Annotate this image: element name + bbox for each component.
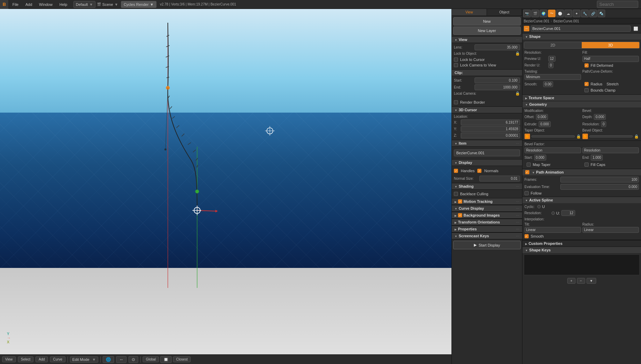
- handles-checkbox[interactable]: ✓: [454, 169, 458, 173]
- geometry-header[interactable]: Geometry: [522, 101, 641, 107]
- proportional-edit-btn[interactable]: ⊙: [129, 356, 138, 363]
- shape-header[interactable]: Shape: [522, 33, 641, 40]
- eval-time-value[interactable]: 0.000: [560, 184, 639, 190]
- backface-culling-row[interactable]: Backface Culling: [454, 191, 520, 197]
- u-res-radio[interactable]: [551, 211, 555, 215]
- active-spline-header[interactable]: Active Spline: [522, 197, 641, 203]
- texture-icon-btn[interactable]: ☁: [564, 10, 572, 17]
- new-btn[interactable]: New: [453, 17, 521, 25]
- texture-space-header[interactable]: Texture Space: [522, 95, 641, 101]
- add-menu-btn[interactable]: Add: [35, 356, 48, 362]
- end-value[interactable]: 1.000: [591, 155, 603, 160]
- manipulator-btn[interactable]: ↔: [116, 356, 126, 363]
- cursor-y-value[interactable]: 1.45928: [461, 126, 520, 132]
- orientation-selector[interactable]: Global: [143, 356, 159, 362]
- clip-start-value[interactable]: 0.100: [475, 77, 520, 83]
- follow-checkbox[interactable]: [525, 191, 529, 195]
- lens-value[interactable]: 35.000: [475, 44, 520, 50]
- u-res-value[interactable]: 12: [561, 210, 575, 216]
- smooth-spline-row[interactable]: ✓ Smooth: [522, 233, 641, 239]
- frames-value[interactable]: 100: [560, 177, 639, 183]
- menu-window[interactable]: Window: [35, 0, 56, 9]
- world-icon-btn[interactable]: 🌍: [540, 10, 547, 17]
- menu-file[interactable]: File: [9, 0, 22, 9]
- viewport-3d[interactable]: Y → X: [0, 9, 451, 354]
- transform-orientations-header[interactable]: Transform Orientations ⋯: [452, 219, 522, 226]
- geo-resolution-value[interactable]: 0: [601, 121, 607, 127]
- motion-tracking-checkbox[interactable]: ✓: [458, 199, 462, 204]
- select-menu-btn[interactable]: Select: [18, 356, 34, 362]
- workspace-selector[interactable]: Default ▼: [73, 1, 95, 8]
- cyclic-radio[interactable]: [537, 205, 541, 208]
- lock-to-cursor-row[interactable]: Lock to Cursor: [454, 57, 520, 62]
- item-section-header[interactable]: Item ⋯: [452, 140, 522, 147]
- shading-section-header[interactable]: Shading ⋯: [452, 183, 522, 190]
- render-border-row[interactable]: Render Border: [454, 100, 520, 105]
- curve-display-header[interactable]: Curve Display ⋯: [452, 205, 522, 212]
- follow-row[interactable]: Follow: [522, 190, 641, 196]
- offset-value[interactable]: 0.000: [536, 114, 548, 120]
- bevel-field[interactable]: [589, 135, 633, 137]
- fill-caps-checkbox[interactable]: [584, 163, 589, 167]
- bevel-res-dropdown-1[interactable]: Resolution: [525, 147, 581, 153]
- custom-props-header[interactable]: Custom Properties: [522, 240, 641, 247]
- fill-dropdown[interactable]: Half: [582, 56, 639, 62]
- radius-checkbox[interactable]: ✓: [584, 82, 589, 86]
- normals-checkbox[interactable]: ✓: [477, 169, 481, 173]
- menu-add[interactable]: Add: [22, 0, 36, 9]
- radius-dropdown[interactable]: Linear: [582, 227, 639, 233]
- map-taper-checkbox[interactable]: [527, 163, 531, 167]
- render-icon-btn[interactable]: 📷: [523, 10, 531, 17]
- path-anim-header[interactable]: ✓ Path Animation: [522, 169, 641, 175]
- shape-keys-remove-btn[interactable]: −: [577, 278, 585, 284]
- render-u-value[interactable]: 0: [548, 62, 554, 68]
- path-anim-checkbox[interactable]: ✓: [525, 170, 529, 174]
- motion-tracking-header[interactable]: ✓ Motion Tracking ⋯: [452, 198, 522, 205]
- breadcrumb-item-1[interactable]: BezierCurve.001: [524, 19, 549, 23]
- tilt-dropdown[interactable]: Linear: [525, 227, 581, 233]
- radius-row[interactable]: ✓ Radius Stretch: [582, 81, 639, 87]
- map-taper-row[interactable]: Map Taper: [525, 162, 581, 167]
- material-icon-btn[interactable]: ⚪: [556, 10, 564, 17]
- taper-lock-icon[interactable]: 🔒: [576, 134, 581, 139]
- mode-selector[interactable]: Edit Mode ▼: [70, 356, 98, 363]
- smooth-value[interactable]: 0.00: [543, 81, 553, 87]
- bevel-lock-icon[interactable]: 🔒: [634, 134, 639, 139]
- scene-selector[interactable]: 🎬 Scene ▼: [97, 2, 118, 7]
- clip-end-value[interactable]: 1000.000: [475, 84, 520, 90]
- view-menu-btn[interactable]: View: [2, 356, 16, 362]
- taper-field[interactable]: [531, 135, 575, 137]
- fill-deformed-checkbox[interactable]: ✓: [584, 63, 589, 67]
- tab-view[interactable]: View: [452, 9, 487, 15]
- object-data-icon-btn[interactable]: 〜: [548, 10, 556, 17]
- snap-btn[interactable]: 🔲: [160, 356, 172, 363]
- bounds-clamp-checkbox[interactable]: [584, 88, 589, 92]
- curve-menu-btn[interactable]: Curve: [50, 356, 65, 362]
- shape-keys-header[interactable]: Shape Keys: [522, 247, 641, 253]
- cursor-section-header[interactable]: 3D Cursor: [452, 106, 522, 113]
- bounds-clamp-row[interactable]: Bounds Clamp: [582, 87, 639, 93]
- fill-caps-row[interactable]: Fill Caps: [582, 162, 639, 167]
- shape-keys-copy-btn[interactable]: ▼: [587, 278, 596, 284]
- background-images-header[interactable]: ✓ Background Images ⋯: [452, 212, 522, 219]
- snap-to-selector[interactable]: Closest: [173, 356, 191, 362]
- bevel-res-dropdown-2[interactable]: Resolution: [582, 147, 639, 153]
- global-search[interactable]: [597, 1, 638, 8]
- particles-icon-btn[interactable]: ✦: [573, 10, 580, 17]
- preview-u-value[interactable]: 12: [548, 56, 556, 62]
- 3d-btn[interactable]: 3D: [582, 42, 639, 48]
- breadcrumb-item-2[interactable]: BezierCurve.001: [553, 19, 579, 23]
- start-value[interactable]: 0.000: [534, 155, 546, 160]
- clip-section-header[interactable]: Clip:: [452, 69, 522, 76]
- backface-culling-checkbox[interactable]: [454, 192, 458, 196]
- fill-deformed-row[interactable]: ✓ Fill Deformed: [582, 63, 639, 68]
- tab-object[interactable]: Object: [487, 9, 522, 15]
- lock-to-cursor-checkbox[interactable]: [454, 58, 458, 62]
- lock-camera-checkbox[interactable]: [454, 63, 458, 67]
- twisting-dropdown[interactable]: Minimum: [525, 74, 581, 80]
- physics-icon-btn[interactable]: 🔧: [581, 10, 589, 17]
- properties-header[interactable]: Properties ⋯: [452, 226, 522, 232]
- normal-size-value[interactable]: 0.01: [479, 176, 520, 181]
- constraints-icon-btn[interactable]: 🔗: [589, 10, 597, 17]
- render-border-checkbox[interactable]: [454, 100, 458, 104]
